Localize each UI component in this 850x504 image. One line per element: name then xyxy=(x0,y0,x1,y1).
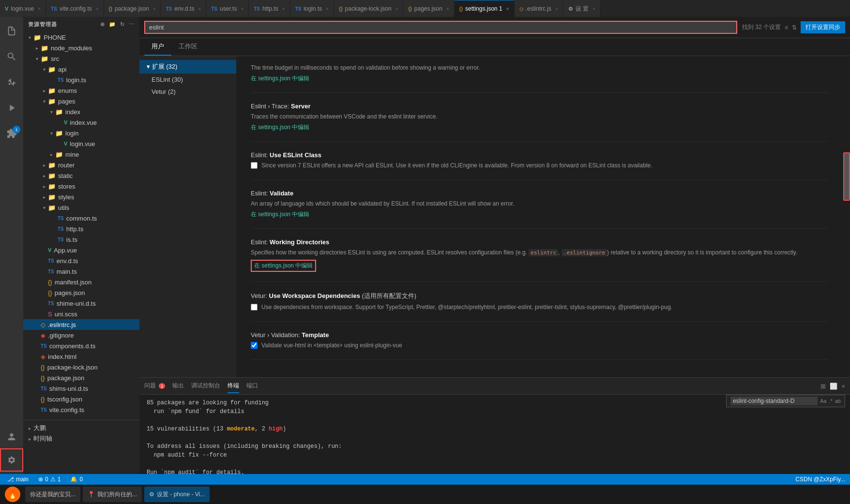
tree-vite-config[interactable]: TS vite.config.ts xyxy=(23,404,139,415)
tab-env-d-ts[interactable]: TS env.d.ts × xyxy=(161,0,206,17)
taskbar-item-settings[interactable]: ⚙ 设置 - phone - Vi... xyxy=(144,487,210,502)
tree-phone[interactable]: ▾ 📁 PHONE xyxy=(23,32,139,43)
terminal-search-input[interactable] xyxy=(730,397,818,405)
setting-checkbox-vetur-template[interactable] xyxy=(251,342,258,349)
settings-tab-workspace[interactable]: 工作区 xyxy=(171,38,205,56)
setting-link-validate[interactable]: 在 settings.json 中编辑 xyxy=(251,211,309,218)
tree-main-ts[interactable]: TS main.ts xyxy=(23,266,139,277)
tab-close-http-ts[interactable]: × xyxy=(282,6,285,12)
tree-index-html[interactable]: ◈ index.html xyxy=(23,351,139,362)
sort-icon[interactable]: ⇅ xyxy=(792,24,797,31)
terminal-search-aa[interactable]: Aa xyxy=(820,398,826,404)
tab-package-lock[interactable]: {} package-lock.json × xyxy=(334,0,403,17)
terminal-tab-output[interactable]: 输出 xyxy=(172,379,184,393)
tree-tsconfig[interactable]: {} tsconfig.json xyxy=(23,394,139,404)
taskbar-logo[interactable]: 🔥 xyxy=(5,487,20,502)
terminal-search-regex[interactable]: .* xyxy=(829,398,832,404)
open-settings-btn[interactable]: 打开设置同步 xyxy=(801,21,845,33)
collapse-icon[interactable]: ⋯ xyxy=(129,21,135,28)
tree-src[interactable]: ▾ 📁 src xyxy=(23,53,139,64)
tree-shime-uni[interactable]: TS shime-uni.d.ts xyxy=(23,298,139,309)
tab-vite-config[interactable]: TS vite.config.ts × xyxy=(46,0,104,17)
settings-scrollbar[interactable] xyxy=(843,56,850,377)
tree-stores[interactable]: ▸ 📁 stores xyxy=(23,181,139,192)
settings-nav-eslint[interactable]: ESLint (30) xyxy=(139,74,236,86)
tree-styles[interactable]: ▸ 📁 styles xyxy=(23,192,139,202)
tree-timeline[interactable]: ▸ 时间轴 xyxy=(23,433,139,444)
activity-icon-search[interactable] xyxy=(0,45,23,68)
tree-gitignore[interactable]: ◈ .gitignore xyxy=(23,330,139,341)
refresh-icon[interactable]: ↻ xyxy=(120,21,125,28)
tree-enums[interactable]: ▸ 📁 enums xyxy=(23,85,139,96)
tree-index-folder[interactable]: ▾ 📁 index xyxy=(23,106,139,117)
tree-index-vue[interactable]: V index.vue xyxy=(23,117,139,128)
tree-eslintrc-js[interactable]: ◇ .eslintrc.js xyxy=(23,319,139,330)
tree-is-ts[interactable]: TS is.ts xyxy=(23,234,139,245)
new-folder-icon[interactable]: 📁 xyxy=(109,21,116,28)
settings-tab-user[interactable]: 用户 xyxy=(144,38,171,56)
activity-icon-files[interactable] xyxy=(0,19,23,43)
tree-pages-json[interactable]: {} pages.json xyxy=(23,287,139,298)
tab-close-pages-json[interactable]: × xyxy=(446,6,449,12)
terminal-tab-terminal[interactable]: 终端 xyxy=(228,379,239,393)
taskbar-item-women[interactable]: 📍 我们所向往的... xyxy=(83,487,142,502)
setting-link-trace-server[interactable]: 在 settings.json 中编辑 xyxy=(251,124,309,131)
tree-manifest-json[interactable]: {} manifest.json xyxy=(23,277,139,287)
terminal-tab-debug[interactable]: 调试控制台 xyxy=(191,379,220,393)
activity-icon-settings[interactable] xyxy=(0,448,23,472)
tree-shims-uni[interactable]: TS shims-uni.d.ts xyxy=(23,383,139,394)
tree-dapeng[interactable]: ▸ 大鹏 xyxy=(23,423,139,433)
setting-link-time-budget[interactable]: 在 settings.json 中编辑 xyxy=(251,75,309,82)
tree-app-vue[interactable]: V App.vue xyxy=(23,245,139,255)
scrollbar-thumb[interactable] xyxy=(843,152,850,201)
tab-http-ts[interactable]: TS http.ts × xyxy=(249,0,290,17)
setting-link-working-dirs[interactable]: 在 settings.json 中编辑 xyxy=(251,260,316,272)
tree-static[interactable]: ▸ 📁 static xyxy=(23,170,139,181)
status-branch[interactable]: ⎇ main xyxy=(5,476,31,483)
tree-common-ts[interactable]: TS common.ts xyxy=(23,213,139,223)
tab-close-env-d-ts[interactable]: × xyxy=(198,6,201,12)
tree-components-ts[interactable]: TS components.d.ts xyxy=(23,341,139,351)
tree-login-folder[interactable]: ▾ 📁 login xyxy=(23,128,139,138)
tab-close-login-vue[interactable]: × xyxy=(38,6,41,12)
terminal-tab-problems[interactable]: 问题 1 xyxy=(144,379,165,393)
tree-http-ts[interactable]: TS http.ts xyxy=(23,223,139,234)
taskbar-item-baobei[interactable]: 你还是我的宝贝... xyxy=(25,487,80,502)
tree-utils[interactable]: ▾ 📁 utils xyxy=(23,202,139,213)
activity-icon-account[interactable] xyxy=(0,425,23,448)
tree-package-lock[interactable]: {} package-lock.json xyxy=(23,362,139,372)
terminal-maximize-icon[interactable]: ⬜ xyxy=(830,383,837,390)
tab-close-vite-config[interactable]: × xyxy=(96,6,99,12)
setting-checkbox-eslint-class[interactable] xyxy=(251,162,258,169)
terminal-split-icon[interactable]: ⊞ xyxy=(820,383,826,390)
tab-close-eslintrc[interactable]: × xyxy=(555,6,558,12)
terminal-search-word[interactable]: ab xyxy=(835,398,841,404)
tree-node-modules[interactable]: ▸ 📁 node_modules xyxy=(23,43,139,53)
tab-user-ts[interactable]: TS user.ts × xyxy=(206,0,249,17)
tree-mine[interactable]: ▸ 📁 mine xyxy=(23,149,139,160)
tab-login-vue[interactable]: V login.vue × xyxy=(0,0,46,17)
tab-close-settings-json[interactable]: × xyxy=(506,6,509,12)
status-bell[interactable]: 🔔 0 xyxy=(68,476,85,483)
tree-pages[interactable]: ▾ 📁 pages xyxy=(23,96,139,106)
tab-eslintrc[interactable]: ◇ .eslintrc.js × xyxy=(515,0,563,17)
tab-pages-json[interactable]: {} pages.json × xyxy=(403,0,454,17)
tab-settings-page[interactable]: ⚙ 设 置 × xyxy=(563,0,601,17)
tab-login-ts[interactable]: TS login.ts × xyxy=(290,0,334,17)
tab-close-login-ts[interactable]: × xyxy=(326,6,329,12)
activity-icon-source-control[interactable] xyxy=(0,71,23,94)
tree-login-vue[interactable]: V login.vue xyxy=(23,138,139,149)
status-errors[interactable]: ⊗ 0 ⚠ 1 xyxy=(36,476,63,483)
tree-router[interactable]: ▸ 📁 router xyxy=(23,160,139,170)
tab-package-json[interactable]: {} package.json × xyxy=(104,0,161,17)
tree-login-ts[interactable]: TS login.ts xyxy=(23,74,139,85)
settings-nav-vetur[interactable]: Vetur (2) xyxy=(139,86,236,98)
new-file-icon[interactable]: ⊕ xyxy=(100,21,105,28)
tree-package-json[interactable]: {} package.json xyxy=(23,372,139,383)
tree-uni-scss[interactable]: S uni.scss xyxy=(23,309,139,319)
terminal-tab-ports[interactable]: 端口 xyxy=(246,379,258,393)
filter-icon[interactable]: ≡ xyxy=(785,24,788,31)
tab-close-settings-page[interactable]: × xyxy=(592,6,595,12)
terminal-close-icon[interactable]: × xyxy=(841,383,845,390)
settings-search-input[interactable] xyxy=(144,21,737,34)
